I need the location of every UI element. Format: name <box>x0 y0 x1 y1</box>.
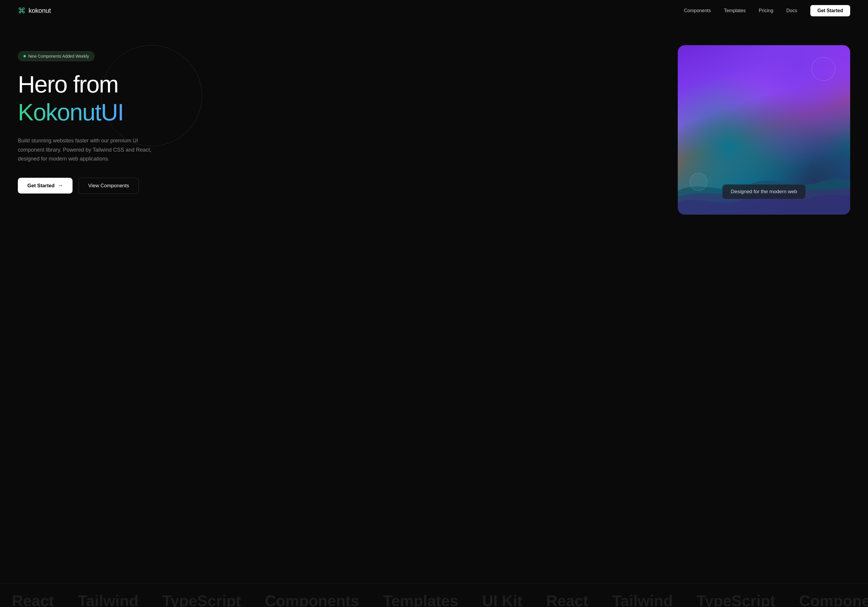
hero-buttons: Get Started → View Components <box>18 178 161 194</box>
hero-get-started-button[interactable]: Get Started → <box>18 178 73 194</box>
marquee-item: Components <box>787 592 868 607</box>
badge-dot <box>23 55 26 57</box>
hero-heading-line1: Hero from <box>18 72 161 97</box>
marquee-item: React <box>535 592 600 607</box>
nav-links: Components Templates Pricing Docs Get St… <box>684 5 850 16</box>
marquee-item: TypeScript <box>685 592 787 607</box>
marquee-item: Components <box>253 592 371 607</box>
logo[interactable]: ⌘ kokonut <box>18 7 51 15</box>
hero-left: New Components Added Weekly Hero from Ko… <box>18 39 161 194</box>
hero-right: Designed for the modern web <box>678 45 850 215</box>
marquee-strip: ReactTailwindTypeScriptComponentsTemplat… <box>0 583 868 607</box>
card-label: Designed for the modern web <box>722 184 806 199</box>
marquee-item: Tailwind <box>600 592 685 607</box>
hero-description: Build stunning websites faster with our … <box>18 136 161 164</box>
btn-primary-label: Get Started <box>27 183 55 189</box>
marquee-item: Tailwind <box>66 592 150 607</box>
hero-section: New Components Added Weekly Hero from Ko… <box>0 22 868 583</box>
nav-link-templates[interactable]: Templates <box>724 8 746 13</box>
btn-arrow-icon: → <box>58 183 63 189</box>
logo-text: kokonut <box>28 7 51 15</box>
marquee-item: React <box>0 592 66 607</box>
preview-gradient: Designed for the modern web <box>678 45 850 215</box>
marquee-item: UI Kit <box>470 592 535 607</box>
nav-link-docs[interactable]: Docs <box>786 8 797 13</box>
hero-badge: New Components Added Weekly <box>18 51 95 61</box>
card-circle-bottom <box>690 173 707 191</box>
hero-heading-line2: KokonutUI <box>18 99 161 125</box>
marquee-item: TypeScript <box>150 592 253 607</box>
logo-icon: ⌘ <box>18 7 26 15</box>
hero-view-components-button[interactable]: View Components <box>79 178 139 194</box>
nav-link-pricing[interactable]: Pricing <box>759 8 773 13</box>
nav-get-started-button[interactable]: Get Started <box>810 5 850 16</box>
preview-card: Designed for the modern web <box>678 45 850 215</box>
navbar: ⌘ kokonut Components Templates Pricing D… <box>0 0 868 22</box>
nav-link-components[interactable]: Components <box>684 8 711 13</box>
marquee-item: Templates <box>371 592 470 607</box>
marquee-track: ReactTailwindTypeScriptComponentsTemplat… <box>0 592 868 607</box>
badge-text: New Components Added Weekly <box>28 54 89 59</box>
card-circle-top <box>812 57 835 81</box>
